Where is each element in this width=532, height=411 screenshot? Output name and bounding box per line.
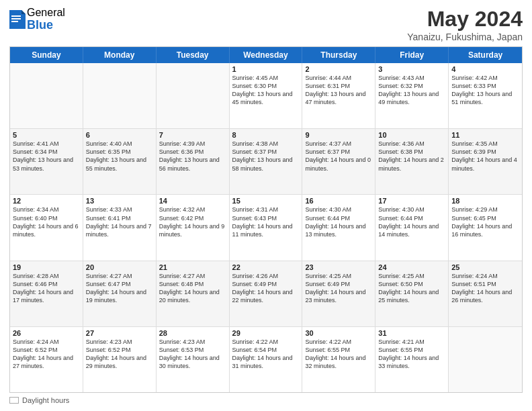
svg-rect-3 — [11, 18, 21, 19]
cal-cell-w0-d3: 1Sunrise: 4:45 AM Sunset: 6:30 PM Daylig… — [230, 63, 303, 128]
day-number: 9 — [305, 131, 372, 139]
cal-cell-w1-d3: 8Sunrise: 4:38 AM Sunset: 6:37 PM Daylig… — [230, 129, 303, 194]
footer: Daylight hours — [9, 396, 523, 404]
day-info: Sunrise: 4:23 AM Sunset: 6:53 PM Dayligh… — [159, 338, 226, 371]
cal-row-2: 12Sunrise: 4:34 AM Sunset: 6:40 PM Dayli… — [10, 194, 522, 260]
day-number: 31 — [378, 329, 445, 337]
day-info: Sunrise: 4:30 AM Sunset: 6:44 PM Dayligh… — [305, 205, 372, 238]
cal-cell-w0-d6: 4Sunrise: 4:42 AM Sunset: 6:33 PM Daylig… — [449, 63, 522, 128]
logo-blue: Blue — [27, 19, 65, 32]
day-info: Sunrise: 4:25 AM Sunset: 6:50 PM Dayligh… — [378, 272, 445, 305]
cal-cell-w2-d2: 14Sunrise: 4:32 AM Sunset: 6:42 PM Dayli… — [157, 195, 230, 260]
day-number: 6 — [86, 131, 153, 139]
day-info: Sunrise: 4:22 AM Sunset: 6:55 PM Dayligh… — [305, 338, 372, 371]
cal-cell-w0-d0 — [10, 63, 83, 128]
day-info: Sunrise: 4:24 AM Sunset: 6:52 PM Dayligh… — [13, 338, 80, 371]
cal-cell-w2-d6: 18Sunrise: 4:29 AM Sunset: 6:45 PM Dayli… — [449, 195, 522, 260]
cal-cell-w3-d5: 24Sunrise: 4:25 AM Sunset: 6:50 PM Dayli… — [375, 261, 449, 326]
day-info: Sunrise: 4:31 AM Sunset: 6:43 PM Dayligh… — [232, 205, 300, 238]
day-number: 5 — [13, 131, 80, 139]
day-number: 19 — [13, 263, 80, 271]
cal-cell-w0-d4: 2Sunrise: 4:44 AM Sunset: 6:31 PM Daylig… — [302, 63, 375, 128]
logo-general: General — [27, 7, 65, 19]
header-monday: Monday — [83, 47, 157, 63]
header-sunday: Sunday — [10, 47, 83, 63]
day-info: Sunrise: 4:40 AM Sunset: 6:35 PM Dayligh… — [86, 140, 153, 173]
day-number: 2 — [305, 65, 372, 73]
day-number: 10 — [378, 131, 445, 139]
day-info: Sunrise: 4:39 AM Sunset: 6:36 PM Dayligh… — [159, 140, 226, 173]
header-tuesday: Tuesday — [157, 47, 230, 63]
day-number: 15 — [232, 197, 300, 205]
day-number: 17 — [378, 197, 445, 205]
day-number: 1 — [232, 65, 300, 73]
day-number: 22 — [232, 263, 300, 271]
day-number: 27 — [86, 329, 153, 337]
day-number: 26 — [13, 329, 80, 337]
day-number: 3 — [378, 65, 445, 73]
day-info: Sunrise: 4:27 AM Sunset: 6:48 PM Dayligh… — [159, 272, 226, 305]
day-info: Sunrise: 4:24 AM Sunset: 6:51 PM Dayligh… — [451, 272, 519, 305]
day-number: 25 — [451, 263, 519, 271]
day-number: 23 — [305, 263, 372, 271]
day-info: Sunrise: 4:34 AM Sunset: 6:40 PM Dayligh… — [13, 205, 80, 238]
day-info: Sunrise: 4:41 AM Sunset: 6:34 PM Dayligh… — [13, 140, 80, 173]
cal-cell-w2-d1: 13Sunrise: 4:33 AM Sunset: 6:41 PM Dayli… — [83, 195, 157, 260]
cal-cell-w1-d6: 11Sunrise: 4:35 AM Sunset: 6:39 PM Dayli… — [449, 129, 522, 194]
day-info: Sunrise: 4:32 AM Sunset: 6:42 PM Dayligh… — [159, 205, 226, 238]
cal-cell-w0-d1 — [83, 63, 157, 128]
day-number: 4 — [451, 65, 519, 73]
cal-cell-w4-d1: 27Sunrise: 4:23 AM Sunset: 6:52 PM Dayli… — [83, 327, 157, 392]
header-friday: Friday — [375, 47, 449, 63]
title-block: May 2024 Yanaizu, Fukushima, Japan — [407, 7, 523, 42]
cal-cell-w3-d2: 21Sunrise: 4:27 AM Sunset: 6:48 PM Dayli… — [157, 261, 230, 326]
cal-cell-w4-d2: 28Sunrise: 4:23 AM Sunset: 6:53 PM Dayli… — [157, 327, 230, 392]
cal-cell-w4-d4: 30Sunrise: 4:22 AM Sunset: 6:55 PM Dayli… — [302, 327, 375, 392]
footer-label: Daylight hours — [22, 396, 69, 404]
day-number: 18 — [451, 197, 519, 205]
cal-cell-w4-d6 — [449, 327, 522, 392]
day-number: 16 — [305, 197, 372, 205]
cal-row-0: 1Sunrise: 4:45 AM Sunset: 6:30 PM Daylig… — [10, 63, 522, 128]
day-info: Sunrise: 4:43 AM Sunset: 6:32 PM Dayligh… — [378, 74, 445, 107]
day-info: Sunrise: 4:42 AM Sunset: 6:33 PM Dayligh… — [451, 74, 519, 107]
month-title: May 2024 — [407, 7, 523, 32]
day-info: Sunrise: 4:36 AM Sunset: 6:38 PM Dayligh… — [378, 140, 445, 173]
day-number: 21 — [159, 263, 226, 271]
day-number: 12 — [13, 197, 80, 205]
cal-cell-w4-d0: 26Sunrise: 4:24 AM Sunset: 6:52 PM Dayli… — [10, 327, 83, 392]
day-number: 14 — [159, 197, 226, 205]
day-info: Sunrise: 4:38 AM Sunset: 6:37 PM Dayligh… — [232, 140, 300, 173]
day-info: Sunrise: 4:25 AM Sunset: 6:49 PM Dayligh… — [305, 272, 372, 305]
logo-text: General Blue — [27, 7, 65, 32]
cal-cell-w3-d3: 22Sunrise: 4:26 AM Sunset: 6:49 PM Dayli… — [230, 261, 303, 326]
cal-cell-w0-d2 — [157, 63, 230, 128]
cal-row-3: 19Sunrise: 4:28 AM Sunset: 6:46 PM Dayli… — [10, 261, 522, 326]
day-number: 30 — [305, 329, 372, 337]
cal-cell-w3-d4: 23Sunrise: 4:25 AM Sunset: 6:49 PM Dayli… — [302, 261, 375, 326]
page: General Blue May 2024 Yanaizu, Fukushima… — [0, 0, 532, 411]
cal-cell-w1-d5: 10Sunrise: 4:36 AM Sunset: 6:38 PM Dayli… — [375, 129, 449, 194]
day-number: 13 — [86, 197, 153, 205]
logo-icon — [9, 10, 26, 29]
day-info: Sunrise: 4:21 AM Sunset: 6:55 PM Dayligh… — [378, 338, 445, 371]
day-info: Sunrise: 4:35 AM Sunset: 6:39 PM Dayligh… — [451, 140, 519, 173]
day-number: 7 — [159, 131, 226, 139]
day-info: Sunrise: 4:27 AM Sunset: 6:47 PM Dayligh… — [86, 272, 153, 305]
day-info: Sunrise: 4:23 AM Sunset: 6:52 PM Dayligh… — [86, 338, 153, 371]
day-info: Sunrise: 4:45 AM Sunset: 6:30 PM Dayligh… — [232, 74, 300, 107]
day-number: 29 — [232, 329, 300, 337]
cal-cell-w1-d4: 9Sunrise: 4:37 AM Sunset: 6:37 PM Daylig… — [302, 129, 375, 194]
day-info: Sunrise: 4:22 AM Sunset: 6:54 PM Dayligh… — [232, 338, 300, 371]
cal-cell-w1-d2: 7Sunrise: 4:39 AM Sunset: 6:36 PM Daylig… — [157, 129, 230, 194]
header: General Blue May 2024 Yanaizu, Fukushima… — [9, 7, 523, 42]
cal-cell-w2-d5: 17Sunrise: 4:30 AM Sunset: 6:44 PM Dayli… — [375, 195, 449, 260]
cal-cell-w2-d4: 16Sunrise: 4:30 AM Sunset: 6:44 PM Dayli… — [302, 195, 375, 260]
cal-cell-w2-d0: 12Sunrise: 4:34 AM Sunset: 6:40 PM Dayli… — [10, 195, 83, 260]
cal-cell-w0-d5: 3Sunrise: 4:43 AM Sunset: 6:32 PM Daylig… — [375, 63, 449, 128]
day-number: 11 — [451, 131, 519, 139]
calendar-body: 1Sunrise: 4:45 AM Sunset: 6:30 PM Daylig… — [10, 63, 522, 392]
cal-row-1: 5Sunrise: 4:41 AM Sunset: 6:34 PM Daylig… — [10, 128, 522, 194]
cal-cell-w3-d1: 20Sunrise: 4:27 AM Sunset: 6:47 PM Dayli… — [83, 261, 157, 326]
cal-cell-w3-d6: 25Sunrise: 4:24 AM Sunset: 6:51 PM Dayli… — [449, 261, 522, 326]
